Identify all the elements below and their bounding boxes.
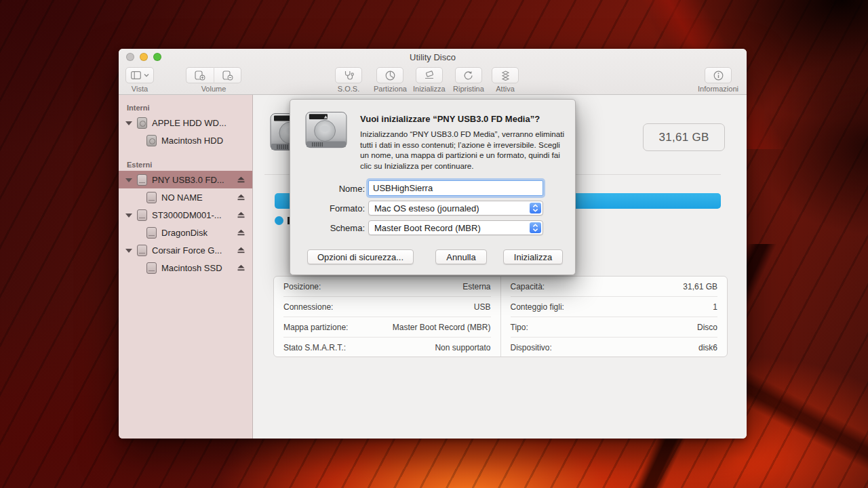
info-row-connection: Connessione:USB — [283, 297, 491, 317]
eject-icon[interactable] — [237, 211, 245, 219]
toolbar-group-info: Informazioni — [692, 67, 745, 93]
minimize-button[interactable] — [140, 53, 148, 61]
sidebar: Interni APPLE HDD WD... Macintosh HDD Es… — [119, 95, 253, 439]
disclosure-triangle-icon[interactable] — [125, 178, 132, 182]
toolbar-group-partition: Partiziona — [374, 67, 407, 93]
sidebar-section-internal: Interni — [119, 104, 252, 112]
external-disk-icon — [137, 174, 147, 186]
scheme-field-label: Schema: — [302, 223, 365, 233]
eject-icon[interactable] — [237, 264, 245, 272]
info-row-device: Dispositivo:disk6 — [511, 338, 718, 358]
external-disk-icon — [137, 209, 147, 221]
sidebar-item-pny-usb[interactable]: PNY USB3.0 FD... — [119, 171, 252, 188]
info-row-capacity: Capacità:31,61 GB — [511, 277, 718, 297]
window-title: Utility Disco — [410, 49, 456, 66]
partition-button[interactable] — [376, 67, 403, 83]
info-row-position: Posizione:Esterna — [283, 277, 491, 297]
erase-confirm-button[interactable]: Inizializza — [503, 249, 563, 264]
info-circle-icon — [713, 70, 724, 81]
sidebar-item-no-name[interactable]: NO NAME — [119, 188, 252, 206]
disk-drive-icon — [305, 111, 347, 150]
erase-label: Inizializza — [413, 85, 446, 93]
info-button[interactable] — [705, 67, 732, 83]
scheme-select[interactable]: Master Boot Record (MBR) — [368, 220, 543, 235]
mount-button[interactable] — [492, 67, 519, 83]
capacity-badge: 31,61 GB — [643, 123, 725, 151]
toolbar-group-restore: Ripristina — [453, 67, 484, 93]
eject-icon[interactable] — [237, 193, 245, 201]
disk-utility-window: Utility Disco Vista Volume — [119, 49, 747, 439]
dialog-title: Vuoi inizializzare “PNY USB3.0 FD Media”… — [360, 114, 565, 124]
legend-dot — [275, 216, 283, 225]
toolbar-group-mount: Attiva — [492, 67, 519, 93]
external-volume-icon — [146, 227, 157, 239]
sidebar-item-corsair[interactable]: Corsair Force G... — [119, 241, 252, 259]
disk-info-panel: Posizione:Esterna Connessione:USB Mappa … — [273, 276, 728, 357]
info-row-smart: Stato S.M.A.R.T.:Non supportato — [283, 338, 491, 358]
chevron-down-icon — [144, 73, 149, 77]
eject-icon[interactable] — [237, 176, 245, 184]
view-button[interactable] — [125, 67, 154, 83]
name-input[interactable] — [368, 180, 543, 196]
info-row-partition-map: Mappa partizione:Master Boot Record (MBR… — [283, 317, 491, 338]
toolbar-group-volume: Volume — [186, 67, 241, 93]
info-row-children: Conteggio figli:1 — [511, 297, 718, 317]
remove-volume-button[interactable] — [214, 67, 241, 83]
volume-label: Volume — [201, 85, 226, 93]
cancel-button[interactable]: Annulla — [435, 249, 487, 264]
partition-pie-icon — [385, 70, 395, 81]
disclosure-triangle-icon[interactable] — [125, 214, 132, 218]
format-select[interactable]: Mac OS esteso (journaled) — [368, 201, 543, 216]
name-field-label: Nome: — [302, 184, 365, 194]
toolbar-group-firstaid: S.O.S. — [335, 67, 362, 93]
sidebar-item-macintosh-hdd[interactable]: Macintosh HDD — [119, 131, 252, 149]
external-volume-icon — [146, 192, 157, 203]
disclosure-triangle-icon[interactable] — [125, 249, 132, 253]
partition-label: Partiziona — [374, 85, 407, 93]
toolbar-group-erase: Inizializza — [413, 67, 446, 93]
restore-button[interactable] — [455, 67, 482, 83]
add-volume-icon — [195, 70, 205, 81]
first-aid-button[interactable] — [335, 67, 362, 83]
format-field-label: Formato: — [302, 203, 365, 214]
close-button[interactable] — [126, 53, 134, 61]
select-stepper-icon — [530, 203, 541, 214]
remove-volume-icon — [222, 70, 233, 81]
mount-label: Attiva — [496, 85, 515, 93]
restore-arrow-icon — [463, 70, 473, 81]
disclosure-triangle-icon[interactable] — [125, 121, 132, 125]
sidebar-item-st3000[interactable]: ST3000DM001-... — [119, 206, 252, 224]
info-label: Informazioni — [698, 85, 738, 93]
view-label: Vista — [132, 85, 148, 93]
eraser-icon — [424, 70, 435, 80]
eject-icon[interactable] — [237, 246, 245, 254]
restore-label: Ripristina — [453, 85, 484, 93]
first-aid-label: S.O.S. — [338, 85, 359, 93]
toolbar-group-view: Vista — [125, 67, 154, 93]
info-row-type: Tipo:Disco — [511, 317, 718, 338]
traffic-lights — [126, 53, 161, 61]
sidebar-item-dragondisk[interactable]: DragonDisk — [119, 224, 252, 241]
erase-button[interactable] — [416, 67, 443, 83]
sidebar-section-external: Esterni — [119, 161, 252, 169]
select-stepper-icon — [530, 222, 541, 233]
dialog-body-text: Inizializzando “PNY USB3.0 FD Media”, ve… — [360, 129, 566, 171]
sidebar-item-macintosh-ssd[interactable]: Macintosh SSD — [119, 259, 252, 277]
zoom-button[interactable] — [153, 53, 161, 61]
eject-icon[interactable] — [237, 228, 245, 237]
internal-disk-icon — [137, 117, 147, 129]
external-disk-icon — [137, 245, 147, 256]
titlebar: Utility Disco — [119, 49, 747, 65]
add-volume-button[interactable] — [186, 67, 214, 83]
sidebar-item-apple-hdd[interactable]: APPLE HDD WD... — [119, 114, 252, 131]
sidebar-view-icon — [131, 71, 141, 79]
security-options-button[interactable]: Opzioni di sicurezza... — [307, 249, 414, 264]
external-volume-icon — [146, 262, 157, 274]
window-header: Utility Disco Vista Volume — [119, 49, 747, 95]
stethoscope-icon — [343, 70, 355, 80]
internal-volume-icon — [146, 135, 157, 146]
mount-stack-icon — [501, 70, 510, 81]
erase-dialog: Vuoi inizializzare “PNY USB3.0 FD Media”… — [290, 99, 576, 275]
